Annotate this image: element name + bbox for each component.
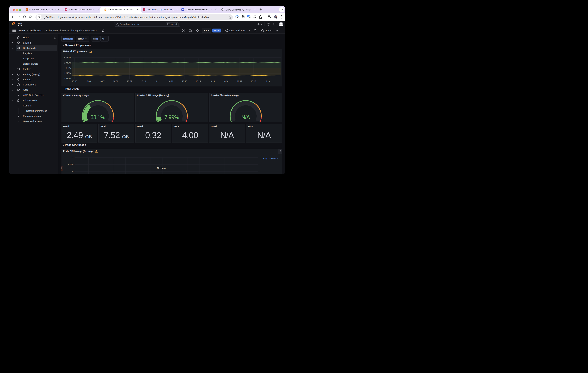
svg-text:K: K [27,9,27,10]
